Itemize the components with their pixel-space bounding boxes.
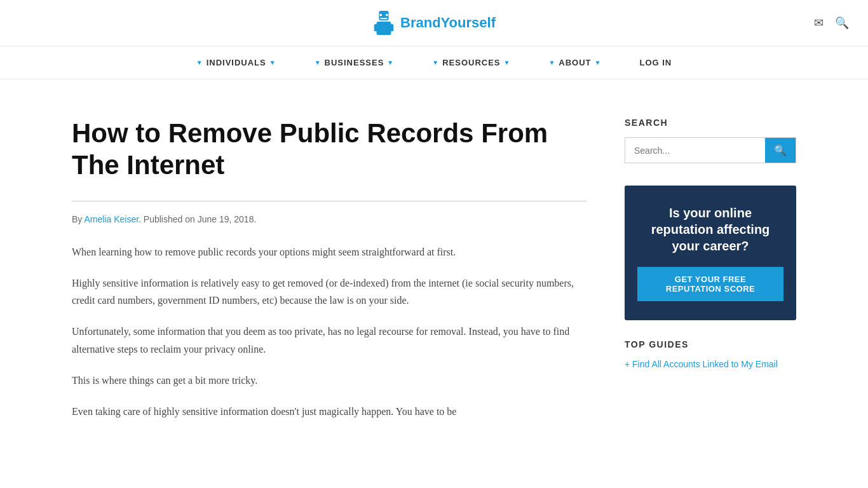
nav-chevron-businesses: ▼ <box>387 59 394 66</box>
search-icon: 🔍 <box>774 145 787 156</box>
nav-label-individuals: INDIVIDUALS <box>207 58 266 67</box>
svg-point-4 <box>379 14 382 17</box>
sidebar-search-section: SEARCH 🔍 <box>625 118 796 163</box>
search-box: 🔍 <box>625 137 796 163</box>
nav-arrow-businesses: ▼ <box>315 59 322 66</box>
nav-label-about: ABOUT <box>559 58 591 67</box>
article-main: How to Remove Public Records From The In… <box>72 105 587 434</box>
logo-text: BrandYourself <box>400 15 496 31</box>
article-para-4: This is where things can get a bit more … <box>72 372 587 389</box>
header-icons: ✉ 🔍 <box>814 16 849 30</box>
nav-item-login[interactable]: LOG IN <box>620 46 691 79</box>
nav-chevron-about: ▼ <box>595 59 602 66</box>
svg-rect-2 <box>374 24 378 31</box>
nav-arrow-about: ▼ <box>548 59 555 66</box>
nav-label-login: LOG IN <box>639 58 672 67</box>
article-meta: By Amelia Keiser. Published on June 19, … <box>72 214 587 224</box>
svg-point-5 <box>386 14 388 17</box>
article-body: When learning how to remove public recor… <box>72 243 587 420</box>
site-header: BrandYourself ✉ 🔍 <box>0 0 868 46</box>
email-icon-button[interactable]: ✉ <box>814 16 824 30</box>
article-para-2: Highly sensitive information is relative… <box>72 274 587 309</box>
article-para-5: Even taking care of highly sensitive inf… <box>72 403 587 420</box>
ad-banner-button[interactable]: GET YOUR FREE REPUTATION SCORE <box>637 267 783 301</box>
nav-arrow-resources: ▼ <box>432 59 439 66</box>
site-logo[interactable]: BrandYourself <box>372 10 496 36</box>
search-submit-button[interactable]: 🔍 <box>765 138 796 163</box>
nav-item-businesses[interactable]: ▼ BUSINESSES ▼ <box>295 46 414 79</box>
search-input[interactable] <box>625 138 765 163</box>
article-para-1: When learning how to remove public recor… <box>72 243 587 261</box>
top-guides-section: TOP GUIDES + Find All Accounts Linked to… <box>625 339 796 369</box>
nav-arrow-individuals: ▼ <box>196 59 203 66</box>
nav-item-individuals[interactable]: ▼ INDIVIDUALS ▼ <box>177 46 295 79</box>
ad-banner: Is your online reputation affecting your… <box>625 186 796 320</box>
article-divider <box>72 201 587 201</box>
search-icon-button[interactable]: 🔍 <box>835 16 849 30</box>
nav-chevron-resources: ▼ <box>504 59 511 66</box>
nav-chevron-individuals: ▼ <box>269 59 276 66</box>
ad-banner-text: Is your online reputation affecting your… <box>637 205 783 254</box>
svg-rect-1 <box>377 22 391 35</box>
main-nav: ▼ INDIVIDUALS ▼ ▼ BUSINESSES ▼ ▼ RESOURC… <box>0 46 868 79</box>
nav-label-businesses: BUSINESSES <box>325 58 384 67</box>
sidebar: SEARCH 🔍 Is your online reputation affec… <box>625 105 796 434</box>
nav-label-resources: RESOURCES <box>442 58 500 67</box>
svg-rect-3 <box>390 24 394 31</box>
article-para-3: Unfortunately, some information that you… <box>72 323 587 357</box>
article-title: How to Remove Public Records From The In… <box>72 118 587 182</box>
nav-item-resources[interactable]: ▼ RESOURCES ▼ <box>413 46 529 79</box>
author-link[interactable]: Amelia Keiser <box>84 214 139 224</box>
svg-rect-6 <box>380 18 387 19</box>
page-content: How to Remove Public Records From The In… <box>53 79 815 459</box>
search-heading: SEARCH <box>625 118 796 128</box>
nav-item-about[interactable]: ▼ ABOUT ▼ <box>529 46 620 79</box>
top-guides-heading: TOP GUIDES <box>625 339 796 349</box>
logo-icon <box>372 10 395 36</box>
guide-link-0[interactable]: + Find All Accounts Linked to My Email <box>625 359 796 369</box>
